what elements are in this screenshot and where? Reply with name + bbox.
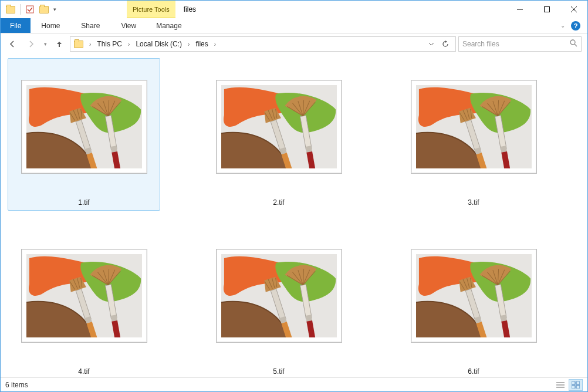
breadcrumb-this-pc[interactable]: This PC xyxy=(93,37,126,51)
file-item[interactable]: 4.tif xyxy=(8,227,160,377)
ribbon-tabs: File Home Share View Manage ⌄ ? xyxy=(1,18,587,33)
svg-rect-37 xyxy=(305,146,312,152)
svg-rect-127 xyxy=(576,386,580,388)
status-bar: 6 items xyxy=(1,377,587,391)
svg-rect-18 xyxy=(110,146,117,152)
window-controls xyxy=(506,1,587,18)
tab-home[interactable]: Home xyxy=(31,18,70,33)
chevron-right-icon[interactable]: › xyxy=(126,41,132,48)
file-thumbnail[interactable] xyxy=(400,231,547,360)
svg-rect-113 xyxy=(500,315,506,321)
file-name[interactable]: 1.tif xyxy=(78,198,89,207)
back-button[interactable] xyxy=(4,36,21,52)
help-icon[interactable]: ? xyxy=(571,21,580,31)
close-button[interactable] xyxy=(560,1,587,18)
details-view-button[interactable] xyxy=(553,379,567,391)
chevron-right-icon[interactable]: › xyxy=(87,41,93,48)
svg-rect-56 xyxy=(500,146,506,152)
search-icon[interactable] xyxy=(570,39,577,49)
thumbnails-view-button[interactable] xyxy=(569,379,583,391)
forward-button[interactable] xyxy=(23,36,39,52)
file-thumbnail[interactable] xyxy=(11,62,157,191)
title-bar: ▾ Picture Tools files xyxy=(1,1,587,18)
qat-customize-dropdown[interactable]: ▾ xyxy=(52,6,58,12)
svg-rect-124 xyxy=(572,381,575,384)
window-title: files xyxy=(175,1,196,18)
file-thumbnail[interactable] xyxy=(11,231,157,360)
svg-rect-75 xyxy=(110,315,117,321)
item-count: 6 items xyxy=(5,381,28,389)
up-button[interactable] xyxy=(51,36,67,52)
file-list[interactable]: 1.tif 2.tif xyxy=(1,55,587,377)
contextual-tab-label: Picture Tools xyxy=(127,1,175,18)
qat-divider xyxy=(20,4,21,15)
chevron-right-icon[interactable]: › xyxy=(185,41,192,48)
address-dropdown-icon[interactable] xyxy=(425,38,438,50)
search-input[interactable] xyxy=(462,40,570,48)
search-box[interactable] xyxy=(458,36,582,52)
file-name[interactable]: 5.tif xyxy=(273,367,284,376)
file-thumbnail[interactable] xyxy=(205,62,352,191)
svg-rect-126 xyxy=(572,386,575,388)
qat-folder-icon[interactable] xyxy=(4,3,17,16)
file-name[interactable]: 6.tif xyxy=(468,367,479,376)
svg-rect-94 xyxy=(305,315,312,321)
file-thumbnail[interactable] xyxy=(205,231,352,360)
file-item[interactable]: 5.tif xyxy=(202,227,355,377)
svg-rect-125 xyxy=(576,381,580,384)
qat-properties-icon[interactable] xyxy=(23,3,36,16)
breadcrumb-files[interactable]: files xyxy=(192,37,211,51)
svg-line-6 xyxy=(575,44,577,46)
svg-rect-0 xyxy=(26,6,33,13)
file-name[interactable]: 2.tif xyxy=(273,198,284,207)
address-folder-icon[interactable] xyxy=(72,37,87,51)
svg-point-5 xyxy=(570,40,575,45)
file-name[interactable]: 3.tif xyxy=(468,198,479,207)
file-name[interactable]: 4.tif xyxy=(78,367,89,376)
quick-access-toolbar: ▾ xyxy=(1,1,58,18)
minimize-button[interactable] xyxy=(506,1,533,18)
maximize-button[interactable] xyxy=(533,1,560,18)
ribbon-expand-icon[interactable]: ⌄ xyxy=(560,22,565,29)
file-thumbnail[interactable] xyxy=(400,62,547,191)
svg-rect-2 xyxy=(545,7,550,12)
qat-newfolder-icon[interactable] xyxy=(38,3,50,16)
tab-share[interactable]: Share xyxy=(70,18,110,33)
file-item[interactable]: 1.tif xyxy=(8,58,160,211)
file-item[interactable]: 2.tif xyxy=(202,58,355,211)
file-item[interactable]: 3.tif xyxy=(397,58,550,211)
breadcrumb-local-disk[interactable]: Local Disk (C:) xyxy=(132,37,185,51)
file-item[interactable]: 6.tif xyxy=(397,227,550,377)
recent-locations-dropdown[interactable]: ▾ xyxy=(42,41,49,47)
tab-manage[interactable]: Manage xyxy=(147,18,191,33)
file-tab[interactable]: File xyxy=(1,18,31,33)
refresh-icon[interactable] xyxy=(439,38,452,50)
navigation-row: ▾ › This PC › Local Disk (C:) › files › xyxy=(1,33,587,55)
tab-view[interactable]: View xyxy=(110,18,147,33)
chevron-right-icon[interactable]: › xyxy=(212,41,218,48)
address-bar[interactable]: › This PC › Local Disk (C:) › files › xyxy=(70,36,456,52)
